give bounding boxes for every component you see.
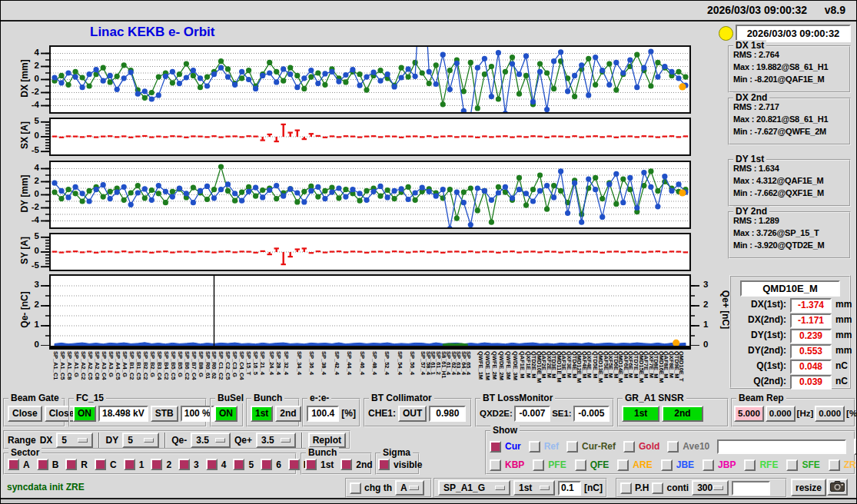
chg-th-checkbox[interactable] (350, 482, 361, 494)
stat-line: RMS : 2.717 (733, 102, 849, 111)
range-dy-select[interactable]: 5 (122, 433, 159, 448)
range-qem-select[interactable]: 3.5 (191, 433, 231, 448)
show-sfe-checkbox[interactable] (786, 459, 798, 471)
sector-b-checkbox[interactable] (37, 459, 48, 470)
ph-checkbox[interactable] (620, 482, 632, 494)
show-are-checkbox[interactable] (617, 459, 629, 471)
bunch-1st-button[interactable]: 1st (251, 406, 273, 422)
sigma-title: Sigma (380, 447, 413, 458)
qmd-label: Q(2nd): (731, 375, 786, 388)
sector-4-checkbox[interactable] (206, 459, 218, 470)
x-axis-label: QMD12E_M (576, 351, 583, 383)
x-axis-label: SP_B3_C4 (156, 351, 163, 380)
show-jbp-checkbox[interactable] (703, 459, 714, 471)
replot-button[interactable]: Replot (308, 433, 346, 448)
x-axis-label: QMD11E_M (556, 351, 563, 383)
x-axis-label: SP_A1_C8 (66, 351, 73, 380)
sector-2-checkbox[interactable] (151, 459, 162, 470)
sector-5-checkbox[interactable] (233, 459, 244, 470)
sector-c-checkbox[interactable] (95, 459, 106, 470)
set-ref-button[interactable]: Set Ref (854, 439, 857, 455)
sector-c-item: C (95, 459, 117, 470)
x-axis-label: QXF6E_M (627, 351, 634, 378)
sp-select[interactable]: SP_A1_G (438, 480, 510, 496)
show-cur-checkbox[interactable] (490, 441, 501, 453)
set-ref-input[interactable] (717, 439, 846, 454)
show-ave10-checkbox[interactable] (667, 441, 679, 453)
range-qep-label: Qe+ (234, 435, 252, 446)
x-axis-label: QMD10E_T (678, 351, 685, 382)
sector-bt-checkbox[interactable] (288, 459, 300, 470)
busel-on-button[interactable]: ON (214, 406, 238, 422)
chart-dx-tick-label: 0 (19, 74, 39, 83)
conti-checkbox[interactable] (652, 482, 663, 494)
x-axis-label: SP_56_4 (409, 351, 416, 375)
show-zre-item: ZRE (829, 459, 857, 471)
show-ref-checkbox[interactable] (529, 441, 540, 453)
che1-out-button[interactable]: OUT (398, 406, 427, 422)
show-rfe-checkbox[interactable] (744, 459, 756, 471)
count-select[interactable]: 300 (692, 480, 729, 496)
beam-gate-close-1-button[interactable]: Close (8, 406, 42, 422)
qmd-label: DX(2nd): (731, 313, 786, 327)
beam-gate-row: Close Close (5, 400, 64, 426)
bunch-2nd-button[interactable]: 2nd (275, 406, 301, 422)
x-axis-label: SP_C2_C5 (224, 351, 231, 380)
bunch-show-1st-checkbox[interactable] (305, 459, 317, 470)
show-cur-ref-checkbox[interactable] (566, 441, 578, 453)
show-jbe-label: JBE (676, 459, 694, 470)
show-pfe-checkbox[interactable] (533, 459, 544, 471)
x-axis-label: SP_64_4 (460, 351, 467, 375)
qmd-unit: nC (835, 375, 848, 388)
sector-c-label: C (110, 459, 117, 470)
bunch-show-2nd-checkbox[interactable] (340, 459, 352, 470)
range-dx-select[interactable]: 5 (56, 433, 93, 448)
chart-sy-tick-label: -5 (19, 260, 39, 270)
bunch-select[interactable]: 1st (513, 480, 555, 496)
range-qep-select[interactable]: 3.5 (256, 433, 296, 448)
sector-3-checkbox[interactable] (178, 459, 190, 470)
bt-lossmonitor-frame: BT LossMonitor QXD2E: -0.007 SE1: -0.005 (475, 398, 614, 427)
sector-6-checkbox[interactable] (261, 459, 272, 470)
resize-button[interactable]: resize (791, 479, 826, 496)
beam-rep-hz-unit: [Hz] (797, 409, 814, 418)
chg-th-frame: chg th A (345, 478, 432, 498)
range-dy-value: 5 (128, 435, 133, 446)
show-cur-ref-item: Cur-Ref (566, 441, 616, 453)
sector-r-checkbox[interactable] (65, 459, 77, 470)
fc15-on-button[interactable]: ON (73, 406, 96, 422)
count-select-value: 300 (697, 482, 713, 493)
bunch-show-title: Bunch (306, 447, 339, 458)
range-qem-value: 3.5 (196, 435, 209, 446)
fc15-stb-button[interactable]: STB (151, 406, 178, 422)
sigma-visible-label: visible (394, 459, 422, 470)
sp-select-value: SP_A1_G (443, 482, 485, 493)
range-dx-label: DX (40, 435, 53, 446)
extra-input[interactable] (732, 481, 770, 496)
gr-a1-1st-button[interactable]: 1st (622, 406, 659, 422)
x-axis-label: SP_A1_C5 (59, 351, 66, 380)
show-zre-checkbox[interactable] (829, 459, 840, 471)
beam-gate-frame: Beam Gate Close Close (3, 398, 65, 427)
show-kbp-checkbox[interactable] (490, 459, 501, 471)
sector-a-checkbox[interactable] (8, 459, 19, 470)
screenshot-camera-button[interactable] (827, 479, 848, 496)
sector-5-item: 5 (233, 459, 254, 470)
conti-label: conti (666, 482, 689, 493)
sector-row: ABRC123456BT (5, 454, 295, 473)
sigma-visible-checkbox[interactable] (378, 459, 390, 470)
th-select[interactable]: A (395, 480, 424, 496)
x-axis-label: SP_A2_C5 (87, 351, 94, 380)
show-qfe-checkbox[interactable] (575, 459, 586, 471)
x-axis-label: SP_A4_G (121, 351, 128, 377)
gr-a1-2nd-button[interactable]: 2nd (662, 406, 703, 422)
threshold-input[interactable] (558, 481, 581, 496)
x-axis-label: SP_A1_G (73, 351, 80, 377)
chart-dx-axis-label: DX [mm] (19, 59, 30, 97)
show-gold-checkbox[interactable] (623, 441, 635, 453)
sector-1-checkbox[interactable] (124, 459, 135, 470)
show-jbe-checkbox[interactable] (661, 459, 673, 471)
x-axis-label: SP_65_4 (465, 351, 472, 375)
sector-2-item: 2 (151, 459, 171, 470)
stat-line: Min : -7.627@QWFE_2M (733, 127, 849, 136)
